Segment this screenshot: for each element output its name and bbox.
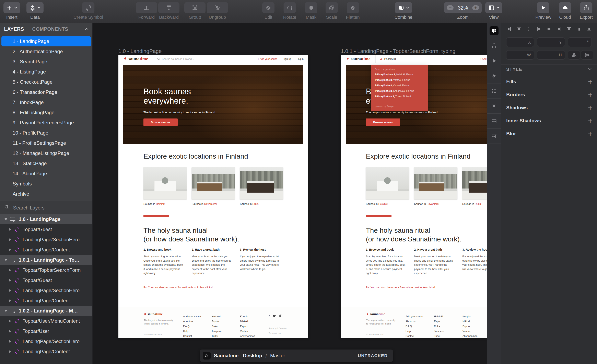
search-suggestion[interactable]: Pääskyläntie 8, Orivesi, Finland [375, 84, 428, 87]
collapse-triangle-icon[interactable] [4, 259, 7, 261]
flatten-button[interactable]: Flatten [346, 2, 360, 20]
branch-name[interactable]: Master [270, 353, 285, 358]
page-item[interactable]: 8 - EditListingPage [0, 108, 92, 118]
page-item[interactable]: 14 - AboutPage [0, 169, 92, 179]
collapse-pages-icon[interactable] [84, 26, 89, 32]
lp-browse-saunas-button[interactable]: Browse saunas [143, 119, 178, 126]
rotate-button[interactable]: Rotate [283, 2, 297, 20]
lp-add-sauna-link[interactable]: + Add your sauna [258, 58, 277, 60]
cloud-button[interactable]: Cloud [559, 2, 571, 20]
page-item[interactable]: 3 - SearchPage [0, 57, 92, 67]
rotation-input[interactable] [570, 39, 585, 46]
symbol-layer-row[interactable]: LandingPage/Content [0, 296, 92, 306]
lp-location-card[interactable]: Saunas in Ruka [240, 167, 283, 206]
footer-link[interactable]: Espoo [240, 324, 255, 329]
zoom-out-button[interactable]: − [447, 5, 454, 10]
expand-triangle-icon[interactable] [9, 228, 11, 231]
edit-button[interactable]: Edit [262, 2, 275, 20]
symbol-layer-row[interactable]: Topbar/User [0, 326, 92, 336]
footer-link[interactable]: Tampere [434, 329, 444, 334]
grid-plugin-button[interactable] [487, 99, 501, 114]
page-item[interactable]: Archive [0, 189, 92, 199]
lp-search-field-typing[interactable]: Pääskyl 8 [380, 57, 396, 60]
tab-components[interactable]: COMPONENTS [32, 26, 68, 32]
width-input[interactable] [509, 51, 527, 59]
artboard-label[interactable]: 1.0.1 - LandingPage - TopbarSearchForm, … [341, 48, 455, 54]
lp-location-card[interactable]: Saunas in Rovaniemi [192, 167, 235, 206]
lp-location-card[interactable]: Saunas in Rovaniemi [414, 167, 457, 206]
page-item[interactable]: 10 - ProfilePage [0, 128, 92, 138]
page-item[interactable]: 7 - InboxPage [0, 97, 92, 108]
expand-triangle-icon[interactable] [9, 279, 11, 282]
share-plugin-button[interactable] [487, 38, 501, 53]
footer-link[interactable]: Tampere [212, 329, 222, 334]
align-top-icon[interactable] [567, 27, 572, 32]
page-item[interactable]: Symbols [0, 179, 92, 189]
footer-link[interactable]: Add your sauna [406, 314, 424, 319]
align-bottom-icon[interactable] [587, 27, 592, 32]
footer-link[interactable]: About us [406, 319, 424, 324]
page-item[interactable]: 12 - ManageListingsPage [0, 148, 92, 158]
page-item[interactable]: 9 - PayoutPreferencesPage [0, 118, 92, 128]
instagram-icon[interactable] [279, 315, 282, 318]
expand-triangle-icon[interactable] [9, 289, 11, 292]
lp-host-cta-text[interactable]: Ps. You can also become a Saunatime host… [143, 286, 213, 289]
saunatime-logo[interactable]: saunatime [346, 56, 370, 62]
combine-button[interactable]: Combine [394, 2, 412, 20]
lp-browse-saunas-button[interactable]: Browse saunas [366, 119, 400, 126]
footer-link[interactable]: Ruka [212, 324, 222, 329]
preview-plugin-button[interactable] [487, 53, 501, 68]
footer-link[interactable]: Contact [406, 334, 424, 338]
distribute-vertical-icon[interactable] [516, 27, 521, 32]
align-center-horizontal-icon[interactable] [547, 27, 551, 32]
footer-link[interactable]: Espoo [463, 324, 478, 329]
canvas[interactable]: 1.0 - LandingPage 1.0.1 - LandingPage - … [93, 23, 487, 364]
footer-link[interactable]: Ahvenanmaa [463, 334, 478, 338]
artboard-layer-row[interactable]: 1.0.2 - LandingPage - MenuContent [0, 306, 92, 316]
add-inner-shadow-button[interactable]: + [588, 117, 593, 125]
artboard-label[interactable]: 1.0 - LandingPage [118, 48, 162, 54]
symbol-layer-row[interactable]: LandingPage/Content [0, 245, 92, 255]
lp-add-sauna-link[interactable]: + Add your sauna [480, 58, 487, 60]
expand-triangle-icon[interactable] [9, 248, 11, 251]
lp-signup-link[interactable]: Sign up [283, 58, 291, 60]
add-shadow-button[interactable]: + [588, 104, 593, 111]
footer-link[interactable]: Contact [183, 334, 201, 338]
search-suggestion[interactable]: Pääskylänkatu 8, Turku, Finland [375, 95, 428, 98]
collapse-triangle-icon[interactable] [4, 310, 7, 312]
search-suggestion[interactable]: Pääskyläntie 8, Kangasala, Finland [375, 90, 428, 92]
footer-link[interactable]: Espoo [434, 319, 444, 324]
scale-button[interactable]: Scale [326, 2, 338, 20]
flip-horizontal-button[interactable] [568, 50, 580, 60]
zoom-in-button[interactable]: + [472, 5, 479, 10]
footer-link[interactable]: Help [406, 329, 424, 334]
footer-link[interactable]: Ruka [434, 324, 444, 329]
mask-button[interactable]: Mask [305, 2, 317, 20]
footer-link[interactable]: Kuopio [240, 314, 255, 319]
footer-link[interactable]: Mikkeli [240, 319, 255, 324]
expand-triangle-icon[interactable] [9, 350, 11, 353]
lp-search-field[interactable]: Search saunas in Finland... [157, 57, 194, 60]
group-button[interactable]: Group [184, 2, 205, 20]
expand-triangle-icon[interactable] [9, 340, 11, 343]
footer-link[interactable]: Terms of use [269, 331, 287, 336]
flip-vertical-button[interactable] [581, 50, 593, 60]
add-blur-button[interactable]: + [588, 130, 593, 138]
footer-link[interactable]: About us [183, 319, 201, 324]
tab-layers[interactable]: LAYERS [4, 26, 24, 32]
footer-link[interactable]: Ahvenanmaa [240, 334, 255, 338]
align-middle-vertical-icon[interactable] [577, 27, 582, 32]
footer-link[interactable]: Espoo [212, 319, 222, 324]
twitter-icon[interactable] [273, 315, 276, 318]
chevron-down-icon[interactable] [588, 68, 592, 71]
export-button[interactable]: Export [580, 2, 593, 20]
align-right-icon[interactable] [557, 27, 562, 32]
search-layers-input[interactable] [13, 205, 80, 211]
lp-host-cta-text[interactable]: Ps. You can also become a Saunatime host… [366, 286, 435, 289]
view-button[interactable]: View [485, 2, 502, 20]
page-item[interactable]: 6 - TransactionPage [0, 87, 92, 97]
expand-triangle-icon[interactable] [9, 320, 11, 323]
add-page-button[interactable] [73, 26, 79, 32]
prototype-plugin-button[interactable] [487, 68, 501, 83]
footer-link[interactable]: Turku [212, 334, 222, 338]
